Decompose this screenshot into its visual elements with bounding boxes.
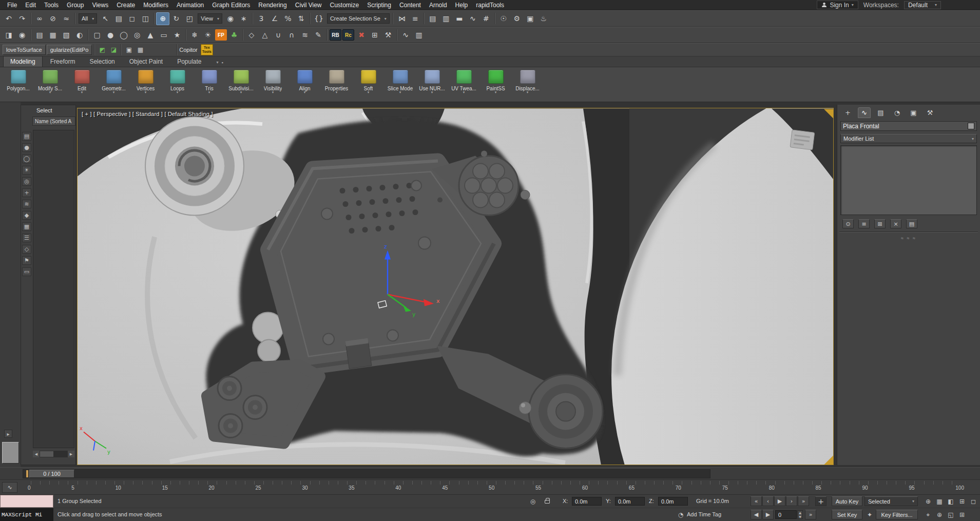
- filter-cameras-icon[interactable]: ◎: [22, 177, 31, 186]
- ribbon-panel-subdivision[interactable]: Subdivisi...▾: [225, 69, 257, 100]
- key-filters-button[interactable]: Key Filters...: [876, 510, 918, 519]
- tab-create[interactable]: +: [841, 107, 854, 118]
- menu-customize[interactable]: Customize: [326, 1, 363, 10]
- spinner-up-icon[interactable]: ▲: [798, 511, 802, 515]
- ribbon-panel-geometry[interactable]: Geometr...▾: [98, 69, 129, 100]
- expand-panel-button[interactable]: ▸: [4, 430, 12, 438]
- sphere-primitive-button[interactable]: ●: [104, 29, 117, 42]
- scroll-left-icon[interactable]: ◀: [33, 451, 40, 457]
- grid-toggle-icon[interactable]: ▦: [934, 497, 945, 506]
- menu-content[interactable]: Content: [395, 1, 425, 10]
- key-mode-icon[interactable]: ✦: [864, 510, 875, 519]
- x-coordinate-field[interactable]: 0.0m: [572, 497, 602, 506]
- show-end-result-button[interactable]: ≡: [858, 219, 870, 228]
- modifier-list-dropdown[interactable]: Modifier List ▾: [840, 134, 977, 143]
- layer-tool-button[interactable]: ▥: [412, 29, 426, 42]
- filter-bones-icon[interactable]: ⚑: [22, 256, 31, 265]
- snapshot-button[interactable]: ◐: [73, 29, 86, 42]
- tab-hierarchy[interactable]: ▤: [874, 107, 887, 118]
- scroll-thumb[interactable]: [40, 451, 53, 457]
- filter-containers-icon[interactable]: ▭: [22, 267, 31, 276]
- ribbon-panel-properties[interactable]: Properties▾: [321, 69, 352, 100]
- ribbon-panel-vertices[interactable]: Vertices▾: [130, 69, 161, 100]
- pin-stack-button[interactable]: ⊙: [842, 219, 854, 228]
- ribbon-panel-visibility[interactable]: Visibility▾: [257, 69, 289, 100]
- use-pivot-center-button[interactable]: ◉: [224, 12, 237, 25]
- select-by-name-button[interactable]: ▤: [112, 12, 125, 25]
- cone-primitive-button[interactable]: ▲: [144, 29, 157, 42]
- ribbon-panel-align[interactable]: Align▾: [289, 69, 320, 100]
- ribbon-collapse-icon[interactable]: ▾: [217, 60, 219, 65]
- selection-filter-dropdown[interactable]: All ▾: [79, 13, 97, 24]
- circle-primitive-button[interactable]: ◯: [117, 29, 130, 42]
- state-sets-button[interactable]: ▤: [33, 29, 46, 42]
- weld-tool-button[interactable]: ∪: [272, 29, 285, 42]
- curve-tool-button[interactable]: ∿: [399, 29, 412, 42]
- viewport-label[interactable]: [ + ] [ Perspective ] [ Standard ] [ Def…: [82, 111, 213, 117]
- script-icon-1[interactable]: ◩: [97, 45, 108, 55]
- current-frame-field[interactable]: 0: [775, 510, 797, 519]
- ribbon-panel-use-nurms[interactable]: Use NUR...▾: [416, 69, 448, 100]
- set-key-button[interactable]: Set Key: [832, 510, 862, 519]
- filter-materials-icon[interactable]: ◇: [22, 245, 31, 254]
- macro-recorder-pane[interactable]: [0, 495, 53, 508]
- time-slider-caret[interactable]: [26, 470, 28, 477]
- toggle-scene-explorer-button[interactable]: ▤: [426, 12, 439, 25]
- tab-modeling[interactable]: Modeling: [3, 56, 43, 67]
- menu-scripting[interactable]: Scripting: [363, 1, 395, 10]
- next-frame-button[interactable]: ›: [786, 496, 797, 506]
- menu-rendering[interactable]: Rendering: [254, 1, 291, 10]
- selection-lock-icon[interactable]: [542, 497, 552, 506]
- bridge-tool-button[interactable]: ∩: [285, 29, 298, 42]
- maximize-viewport-icon[interactable]: ⊞: [957, 510, 967, 519]
- key-set-dropdown[interactable]: Selected ▾: [864, 496, 918, 506]
- time-slider-track[interactable]: 0 / 100: [23, 469, 710, 478]
- menu-edit[interactable]: Edit: [21, 1, 40, 10]
- box-primitive-button[interactable]: ▢: [90, 29, 104, 42]
- tab-selection[interactable]: Selection: [83, 56, 121, 67]
- undo-button[interactable]: ↶: [2, 12, 15, 25]
- percent-snap-button[interactable]: %: [281, 12, 295, 25]
- delete-tool-button[interactable]: ✖: [355, 29, 368, 42]
- y-coordinate-field[interactable]: 0.0m: [615, 497, 645, 506]
- select-and-link-button[interactable]: ∞: [33, 12, 46, 25]
- make-unique-button[interactable]: ⊞: [874, 219, 886, 228]
- script-icon-3[interactable]: ▣: [123, 45, 134, 55]
- tab-display[interactable]: ▣: [907, 107, 920, 118]
- object-color-swatch[interactable]: [968, 123, 974, 129]
- mirror-button[interactable]: ⋈: [395, 12, 409, 25]
- tab-populate[interactable]: Populate: [170, 56, 208, 67]
- render-setup-button[interactable]: ⚙: [510, 12, 524, 25]
- redo-button[interactable]: ↷: [15, 12, 29, 25]
- filter-geometry-icon[interactable]: ●: [22, 143, 31, 152]
- textools-button[interactable]: Tex Tools: [201, 44, 213, 55]
- ribbon-panel-uv-tweak[interactable]: UV Twea...▾: [448, 69, 479, 100]
- go-to-end-button[interactable]: »: [798, 496, 809, 506]
- ribbon-panel-modify-selection[interactable]: Modify S...▾: [34, 69, 66, 100]
- script-icon-4[interactable]: ▦: [134, 45, 146, 55]
- toggle-layer-explorer-button[interactable]: ▥: [439, 12, 453, 25]
- auto-key-button[interactable]: Auto Key: [832, 496, 862, 506]
- filter-groups-icon[interactable]: ◆: [22, 211, 31, 220]
- schematic-view-button[interactable]: #: [479, 12, 493, 25]
- bind-to-spacewarp-button[interactable]: ≈: [60, 12, 73, 25]
- spinner-snap-button[interactable]: ⇅: [295, 12, 308, 25]
- ribbon-panel-slice-mode[interactable]: Slice Mode▾: [385, 69, 416, 100]
- configure-modifier-sets-button[interactable]: ▤: [906, 219, 917, 228]
- grid-display-button[interactable]: ▦: [46, 29, 60, 42]
- play-button[interactable]: ▶: [774, 496, 785, 506]
- explorer-column-header[interactable]: Name (Sorted A: [32, 117, 75, 126]
- frame-spinner[interactable]: ▲▼: [797, 510, 803, 519]
- menu-modifiers[interactable]: Modifiers: [139, 1, 172, 10]
- ribbon-panel-polygon-modeling[interactable]: Polygon...▾: [3, 69, 34, 100]
- torus-primitive-button[interactable]: ◎: [130, 29, 144, 42]
- spacing-tool-button[interactable]: ▧: [60, 29, 73, 42]
- tab-utilities[interactable]: ⚒: [924, 107, 936, 118]
- spinner-down-icon[interactable]: ▼: [798, 515, 802, 519]
- unlink-selection-button[interactable]: ⊘: [46, 12, 60, 25]
- shell-boss[interactable]: [258, 340, 280, 362]
- reference-coordinate-dropdown[interactable]: View ▾: [198, 13, 222, 24]
- sign-in-button[interactable]: Sign In ▾: [817, 1, 858, 9]
- explorer-hscrollbar[interactable]: ◀ ▶: [33, 451, 74, 457]
- pan-icon[interactable]: ⌖: [923, 510, 933, 519]
